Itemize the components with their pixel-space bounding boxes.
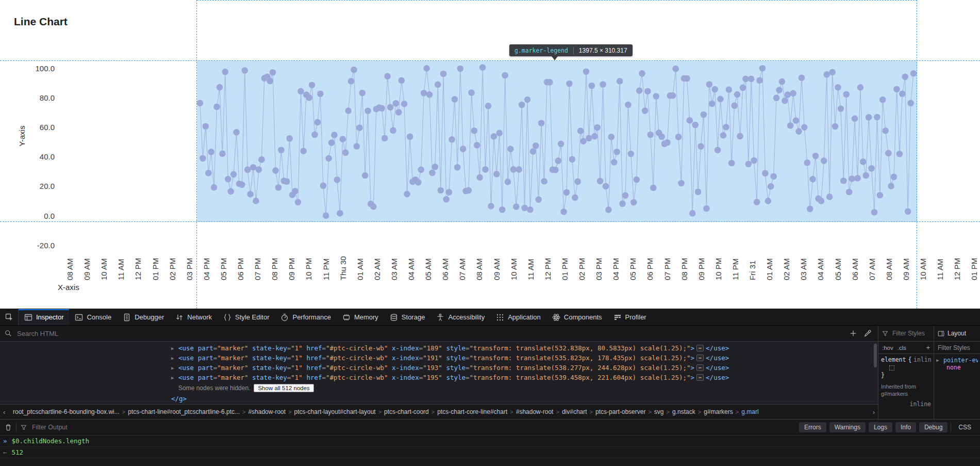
computed-filter-bar[interactable]: Filter Styles (934, 342, 980, 354)
breadcrumb-item[interactable]: g.nstack (670, 408, 698, 415)
collapsed-content-badge[interactable]: ⋯ (696, 355, 704, 361)
application-icon (496, 313, 504, 322)
x-tick-label: Thu 30 (339, 256, 348, 280)
console-result-value: 512 (12, 448, 24, 456)
property-expand-icon[interactable]: ▶ (936, 358, 943, 363)
empty-declaration-box[interactable] (889, 365, 894, 371)
expand-node-icon[interactable]: ▶ (171, 353, 178, 363)
x-tick-label: 05 AM (834, 258, 843, 280)
rule-source-link[interactable]: inline (913, 356, 931, 363)
x-tick-label: 12 PM (953, 258, 962, 280)
x-tick-label: 11 PM (731, 259, 740, 280)
console-filter-warnings-button[interactable]: Warnings (829, 422, 866, 432)
rules-panel: :hov .cls + element { inline } Inherited… (878, 326, 934, 419)
class-toggle[interactable]: .cls (898, 345, 906, 351)
breadcrumb-item[interactable]: #shadow-root (245, 408, 288, 415)
tab-debugger[interactable]: Debugger (117, 309, 170, 325)
collapsed-content-badge[interactable]: ⋯ (696, 364, 704, 371)
breadcrumb-item[interactable]: ptcs-chart-core-line#chart (435, 408, 510, 415)
tab-memory[interactable]: Memory (337, 309, 384, 325)
add-node-icon[interactable] (850, 330, 857, 337)
markup-closing-tag-line[interactable]: </g> (0, 394, 878, 404)
breadcrumb-item[interactable]: ptcs-part-observer (593, 408, 648, 415)
tab-label: Inspector (36, 313, 63, 321)
x-tick-label: 07 PM (663, 258, 672, 280)
console-filter-errors-button[interactable]: Errors (799, 422, 826, 432)
y-tick-label: 80.0 (19, 93, 55, 102)
markup-node-line[interactable]: ▶<use part="marker" state-key="1" href="… (0, 363, 878, 373)
x-tick-label: 08 AM (475, 258, 484, 280)
tab-inspector[interactable]: Inspector (19, 309, 69, 325)
console-prompt-icon: » (3, 437, 7, 445)
computed-property-name[interactable]: pointer-ev (943, 357, 978, 364)
markup-scrollbar-thumb[interactable] (874, 344, 877, 367)
rules-filter-bar (878, 326, 934, 342)
x-tick-label: 05 AM (424, 258, 433, 280)
x-tick-label: 04 PM (202, 258, 211, 280)
breadcrumb-item[interactable]: #shadow-root (513, 408, 556, 415)
console-filter-css-button[interactable]: CSS (954, 422, 975, 432)
x-tick-label: 07 PM (253, 258, 262, 280)
expand-node-icon[interactable]: ▶ (171, 373, 178, 383)
profiler-icon (613, 313, 622, 322)
breadcrumb-scroll-left-icon[interactable]: ‹ (3, 405, 5, 419)
tab-accessibility[interactable]: Accessibility (430, 309, 490, 325)
breadcrumb-item[interactable]: g.marl (739, 408, 761, 415)
breadcrumb-item[interactable]: ptcs-chart-layout#chart-layout (292, 408, 378, 415)
x-tick-label: 03 AM (390, 258, 399, 280)
console-result-row[interactable]: ←512 (0, 447, 980, 458)
markup-node-line[interactable]: ▶<use part="marker" state-key="1" href="… (0, 373, 878, 382)
tab-performance[interactable]: Performance (275, 309, 336, 325)
tab-profiler[interactable]: Profiler (608, 309, 652, 325)
x-tick-label: 04 AM (407, 258, 416, 280)
console-command-row[interactable]: »$0.childNodes.length (0, 436, 980, 447)
breadcrumb-item[interactable]: ptcs-chart-line#root_ptcschartline-6.ptc… (125, 408, 242, 415)
breadcrumb-item[interactable]: g#markers (701, 408, 736, 415)
search-input[interactable] (16, 329, 845, 338)
tab-storage[interactable]: Storage (384, 309, 431, 325)
tab-label: Components (564, 313, 602, 321)
tab-network[interactable]: Network (170, 309, 218, 325)
breadcrumb-item[interactable]: div#chart (559, 408, 590, 415)
rule-close-brace: } (881, 372, 931, 379)
pseudo-class-toggle[interactable]: :hov (882, 345, 893, 351)
clear-console-icon[interactable] (5, 424, 12, 431)
markup-node-line[interactable]: ▶<use part="marker" state-key="1" href="… (0, 353, 878, 363)
tab-label: Storage (402, 313, 425, 321)
add-rule-button[interactable]: + (926, 344, 930, 351)
tab-label: Network (187, 313, 212, 321)
tab-style-editor[interactable]: Style Editor (218, 309, 275, 325)
console-filter-input[interactable] (31, 423, 144, 431)
x-tick-label: 10 AM (99, 258, 109, 280)
rules-filter-input[interactable] (891, 329, 930, 338)
breadcrumb-item[interactable]: svg (652, 408, 667, 415)
expand-node-icon[interactable]: ▶ (171, 363, 178, 373)
x-tick-label: 11 AM (526, 259, 536, 280)
tab-components[interactable]: Components (546, 309, 608, 325)
x-tick-label: 01 PM (560, 258, 570, 280)
sidebar-tab-layout[interactable]: Layout (934, 326, 980, 342)
inherited-rule-source-link[interactable]: inline (881, 400, 931, 408)
tab-label: Style Editor (235, 313, 269, 321)
tab-application[interactable]: Application (490, 309, 546, 325)
console-filter-debug-button[interactable]: Debug (919, 422, 948, 432)
show-all-nodes-button[interactable]: Show all 512 nodes (254, 384, 313, 392)
collapsed-content-badge[interactable]: ⋯ (696, 345, 704, 351)
breadcrumb-item[interactable]: root_ptcschartline-6-bounding-box.wi... (10, 408, 122, 415)
markup-search-bar (0, 326, 878, 342)
collapsed-content-badge[interactable]: ⋯ (696, 374, 704, 381)
rule-selector[interactable]: element (881, 356, 906, 363)
breadcrumb-scroll-right-icon[interactable]: › (873, 405, 875, 419)
x-tick-label: 10 AM (919, 258, 928, 280)
expand-node-icon[interactable]: ▶ (171, 344, 178, 353)
console-filter-info-button[interactable]: Info (895, 422, 916, 432)
pick-element-button[interactable] (0, 309, 19, 325)
markup-node-line[interactable]: ▶<use part="marker" state-key="1" href="… (0, 343, 878, 353)
breadcrumb-item[interactable]: ptcs-chart-coord (381, 408, 431, 415)
console-filter-logs-button[interactable]: Logs (869, 422, 892, 432)
tab-console[interactable]: Console (69, 309, 117, 325)
eyedropper-icon[interactable] (864, 330, 871, 337)
style-editor-icon (223, 313, 231, 322)
toolbar-separator (16, 423, 16, 431)
x-tick-label: 01 AM (356, 258, 365, 280)
